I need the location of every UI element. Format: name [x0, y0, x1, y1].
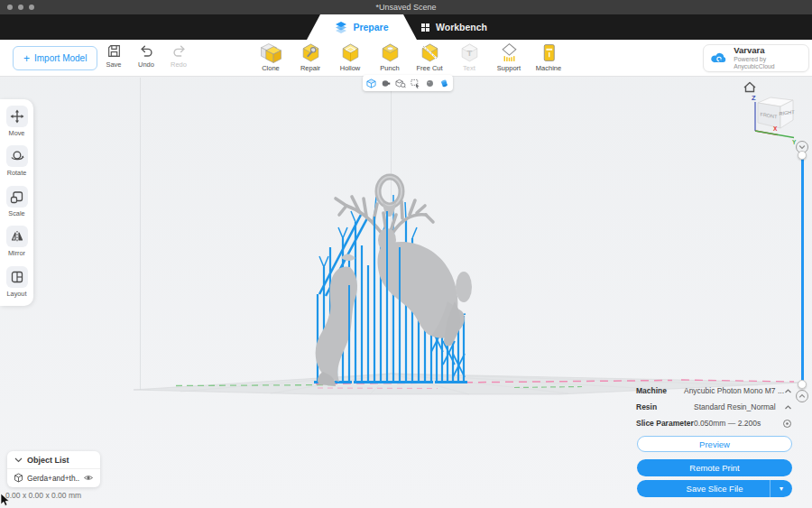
layers-icon	[335, 21, 347, 33]
visibility-eye-icon[interactable]	[83, 474, 94, 482]
object-list-panel: Object List Gerda+and+th...	[7, 451, 100, 487]
free-cut-label: Free Cut	[416, 64, 442, 72]
free-cut-button[interactable]: Free Cut	[410, 42, 449, 72]
dropdown-arrow-icon: ▼	[779, 485, 785, 492]
preview-button[interactable]: Preview	[637, 436, 792, 452]
free-cut-icon	[420, 42, 440, 63]
chevron-down-icon	[798, 143, 806, 151]
save-icon	[106, 43, 122, 59]
transform-tool-panel: Move Rotate Scale Mirror	[0, 99, 33, 306]
save-slice-file-button[interactable]: Save Slice File ▼	[637, 480, 792, 497]
import-model-button[interactable]: + Import Model	[13, 46, 97, 70]
tab-prepare-label: Prepare	[353, 22, 388, 32]
viewport-toolbar	[363, 75, 453, 91]
text-button[interactable]: T Text	[449, 42, 489, 72]
repair-icon	[300, 42, 321, 63]
object-list-header[interactable]: Object List	[7, 451, 100, 468]
tab-workbench[interactable]: Workbench	[420, 14, 487, 40]
hollow-button[interactable]: Hollow	[330, 42, 370, 72]
save-slice-file-label: Save Slice File	[687, 484, 743, 494]
save-button[interactable]: Save	[97, 43, 130, 69]
object-name: Gerda+and+th...	[27, 474, 79, 483]
window-title: *Unsaved Scene	[0, 3, 812, 12]
hollow-label: Hollow	[340, 64, 361, 72]
resin-row-label: Resin	[636, 402, 694, 411]
grid-icon	[420, 23, 430, 32]
layout-tool[interactable]: Layout	[6, 266, 28, 306]
account-subtitle: Powered by AnycubicCloud	[734, 56, 802, 70]
zoom-slider-knob-top[interactable]	[798, 151, 807, 160]
sphere-view-icon[interactable]	[425, 79, 435, 88]
undo-button[interactable]: Undo	[130, 43, 162, 69]
layout-label: Layout	[7, 290, 27, 298]
rotate-icon	[10, 149, 24, 163]
home-view-icon[interactable]	[744, 83, 755, 92]
shading-mode-icon[interactable]	[381, 79, 391, 88]
material-preview-icon[interactable]	[439, 79, 449, 88]
save-slice-dropdown[interactable]: ▼	[770, 480, 792, 497]
zoom-slider-track[interactable]	[801, 155, 804, 383]
punch-button[interactable]: Punch	[370, 42, 410, 72]
title-bar: *Unsaved Scene	[0, 0, 812, 14]
resin-row-value: Standard Resin_Normal	[694, 402, 784, 411]
scale-icon	[10, 189, 24, 204]
tab-bar: Prepare Workbench	[0, 14, 812, 40]
object-list-item[interactable]: Gerda+and+th...	[7, 468, 100, 487]
redo-button[interactable]: Redo	[162, 43, 195, 69]
machine-icon	[539, 42, 559, 63]
chevron-up-icon[interactable]	[784, 387, 792, 395]
mirror-label: Mirror	[8, 249, 25, 257]
clone-label: Clone	[262, 64, 280, 72]
mesh-cube-icon	[14, 473, 23, 483]
select-region-icon[interactable]	[411, 79, 420, 88]
plus-icon: +	[23, 53, 30, 64]
preview-label: Preview	[699, 439, 730, 449]
resin-row[interactable]: Resin Standard Resin_Normal	[636, 401, 792, 413]
object-list-title: Object List	[27, 456, 69, 465]
zoom-in-button[interactable]	[796, 390, 808, 402]
import-model-label: Import Model	[34, 53, 87, 63]
machine-button[interactable]: Machine	[529, 42, 568, 72]
repair-button[interactable]: Repair	[291, 42, 330, 72]
zoom-slider-knob-bottom[interactable]	[798, 380, 807, 389]
undo-icon	[139, 43, 154, 59]
machine-row-label: Machine	[636, 386, 684, 395]
layout-icon	[10, 270, 24, 284]
account-info: Varvara Powered by AnycubicCloud	[734, 46, 802, 70]
chevron-up-icon[interactable]	[784, 403, 792, 411]
support-label: Support	[497, 64, 521, 72]
svg-text:T: T	[466, 48, 472, 58]
remote-print-label: Remote Print	[689, 463, 739, 473]
target-settings-icon[interactable]	[782, 419, 792, 429]
mouse-cursor	[0, 494, 11, 507]
support-icon	[499, 42, 520, 63]
mirror-tool[interactable]: Mirror	[6, 226, 28, 265]
view-cube-icon[interactable]	[366, 79, 376, 88]
tab-prepare[interactable]: Prepare	[307, 14, 417, 40]
repair-label: Repair	[300, 64, 320, 72]
view-cube[interactable]: FRONT RIGHT	[758, 97, 795, 128]
redo-label: Redo	[171, 60, 187, 69]
slice-parameter-row[interactable]: Slice Parameter 0.050mm — 2.200s	[636, 417, 792, 429]
clone-button[interactable]: Clone	[251, 42, 291, 72]
move-tool[interactable]: Move	[6, 106, 28, 145]
machine-row-value: Anycubic Photon Mono M7 ...	[684, 386, 784, 395]
model-gerda-and-the-deer[interactable]	[296, 159, 476, 393]
model-tools: Clone Repair Hollow	[251, 42, 568, 72]
axis-z-label: Z	[752, 94, 756, 102]
machine-row[interactable]: Machine Anycubic Photon Mono M7 ...	[636, 384, 792, 397]
remote-print-button[interactable]: Remote Print	[637, 459, 792, 476]
support-button[interactable]: Support	[489, 42, 529, 72]
punch-icon	[380, 42, 401, 63]
move-icon	[10, 109, 24, 124]
file-actions: Save Undo Redo	[97, 43, 195, 69]
text-icon: T	[459, 42, 480, 63]
zoom-model-icon[interactable]	[395, 79, 406, 88]
application-window: *Unsaved Scene Prepare Workbench + Impor…	[0, 0, 812, 508]
account-card[interactable]: Varvara Powered by AnycubicCloud	[703, 44, 809, 72]
rotate-tool[interactable]: Rotate	[6, 145, 28, 185]
punch-label: Punch	[380, 64, 399, 72]
scale-tool[interactable]: Scale	[6, 186, 28, 226]
view-orientation-gadget[interactable]: Z FRONT RIGHT X Y	[736, 79, 805, 148]
move-label: Move	[9, 129, 25, 137]
